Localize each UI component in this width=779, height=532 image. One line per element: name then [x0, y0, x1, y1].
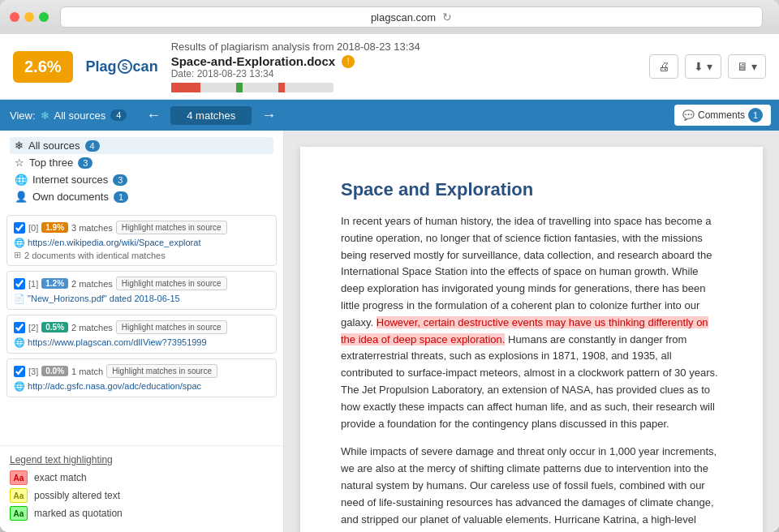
- info-icon: !: [342, 55, 355, 68]
- source-0-pct: 1.9%: [41, 222, 68, 233]
- source-3-highlight-btn[interactable]: Highlight matches in source: [106, 364, 217, 378]
- source-0-checkbox[interactable]: [14, 222, 25, 234]
- nav-top-three-label: Top three: [29, 157, 73, 169]
- source-0-highlight-btn[interactable]: Highlight matches in source: [116, 221, 227, 234]
- source-2-header: [2] 0.5% 2 matches Highlight matches in …: [14, 320, 269, 334]
- progress-red-2: [278, 83, 285, 92]
- header-middle: Results of plagiarism analysis from 2018…: [171, 41, 637, 92]
- source-2-matches: 2 matches: [71, 323, 113, 332]
- nav-top-three-badge: 3: [78, 157, 93, 169]
- source-item-2: [2] 0.5% 2 matches Highlight matches in …: [6, 315, 277, 354]
- source-0-index: [0]: [28, 223, 38, 233]
- browser-chrome: plagscan.com ↻: [0, 0, 779, 34]
- legend-title[interactable]: Legend text highlighting: [10, 454, 273, 466]
- source-nav: ❄ All sources 4 ☆ Top three 3 🌐 Internet…: [0, 131, 283, 212]
- logo: Plag S can: [86, 58, 158, 75]
- logo-plag: Plag: [86, 58, 117, 75]
- next-arrow[interactable]: →: [252, 100, 286, 131]
- view-toolbar: View: ❄ All sources 4 ← 4 matches → 💬 Co…: [0, 100, 779, 131]
- logo-can: can: [133, 58, 158, 75]
- source-0-url[interactable]: 🌐 https://en.wikipedia.org/wiki/Space_ex…: [14, 238, 269, 248]
- source-2-pct: 0.5%: [41, 322, 68, 332]
- maximize-button[interactable]: [39, 12, 49, 22]
- browser-controls: plagscan.com ↻: [10, 6, 769, 28]
- nav-internet-sources-badge: 3: [113, 174, 127, 186]
- source-3-header: [3] 0.0% 1 match Highlight matches in so…: [14, 364, 269, 378]
- source-list: [0] 1.9% 3 matches Highlight matches in …: [0, 212, 283, 445]
- score-badge: 2.6%: [13, 51, 73, 83]
- print-button[interactable]: 🖨: [649, 54, 678, 79]
- source-2-index: [2]: [28, 323, 38, 332]
- doc-title: Space and Exploration: [341, 179, 722, 200]
- source-1-matches: 2 matches: [71, 279, 113, 289]
- prev-arrow[interactable]: ←: [136, 100, 170, 131]
- doc-area: Space and Exploration In recent years of…: [284, 131, 779, 532]
- source-1-pct: 1.2%: [41, 278, 68, 289]
- globe-icon-2: 🌐: [14, 337, 25, 347]
- legend-exact-match: Aa exact match: [10, 470, 273, 485]
- comments-button[interactable]: 💬 Comments 1: [674, 105, 771, 126]
- minimize-button[interactable]: [24, 12, 34, 22]
- legend: Legend text highlighting Aa exact match …: [0, 445, 283, 532]
- progress-green: [236, 83, 243, 92]
- source-3-checkbox[interactable]: [14, 366, 25, 377]
- source-2-checkbox[interactable]: [14, 322, 25, 333]
- legend-altered-label: possibly altered text: [34, 490, 120, 501]
- comment-icon: 💬: [682, 109, 695, 121]
- source-2-url[interactable]: 🌐 https://www.plagscan.com/dlIView?73951…: [14, 337, 269, 348]
- source-3-index: [3]: [28, 367, 38, 376]
- display-button[interactable]: 🖥 ▾: [728, 54, 766, 79]
- source-3-pct: 0.0%: [41, 366, 68, 376]
- nav-all-sources-label: All sources: [28, 139, 80, 152]
- matches-count: 4 matches: [170, 106, 252, 125]
- source-0-matches: 3 matches: [71, 223, 113, 233]
- all-sources-label: All sources: [54, 109, 106, 122]
- close-button[interactable]: [10, 12, 19, 22]
- main-area: ❄ All sources 4 ☆ Top three 3 🌐 Internet…: [0, 131, 779, 532]
- own-docs-icon: 👤: [15, 191, 28, 203]
- all-sources-icon: ❄: [15, 139, 24, 152]
- legend-yellow-icon: Aa: [10, 488, 28, 503]
- doc-icon-1: 📄: [14, 294, 25, 303]
- nav-top-three[interactable]: ☆ Top three 3: [10, 154, 273, 171]
- refresh-icon[interactable]: ↻: [442, 11, 452, 24]
- progress-bar: [171, 83, 334, 92]
- doc-page: Space and Exploration In recent years of…: [300, 147, 763, 532]
- url-text: plagscan.com: [371, 11, 436, 24]
- nav-all-sources[interactable]: ❄ All sources 4: [10, 137, 273, 154]
- legend-red-icon: Aa: [10, 470, 28, 485]
- para1-after: Humans are constantly in danger from ext…: [341, 333, 718, 430]
- plus-icon-0: ⊞: [14, 250, 21, 260]
- traffic-lights: [10, 12, 49, 22]
- source-1-url[interactable]: 📄 "New_Horizons.pdf" dated 2018-06-15: [14, 294, 269, 304]
- source-1-checkbox[interactable]: [14, 278, 25, 290]
- source-1-header: [1] 1.2% 2 matches Highlight matches in …: [14, 277, 269, 290]
- nav-internet-sources-label: Internet sources: [32, 174, 108, 186]
- source-0-header: [0] 1.9% 3 matches Highlight matches in …: [14, 221, 269, 234]
- comments-badge: 1: [748, 108, 763, 122]
- globe-icon-0: 🌐: [14, 238, 25, 247]
- comments-label: Comments: [698, 109, 745, 121]
- legend-exact-label: exact match: [34, 472, 87, 483]
- nav-own-documents[interactable]: 👤 Own documents 1: [10, 188, 273, 205]
- source-2-highlight-btn[interactable]: Highlight matches in source: [116, 320, 227, 334]
- para1-before: In recent years of human history, the id…: [341, 215, 712, 328]
- view-label: View: ❄ All sources 4: [0, 109, 136, 122]
- nav-internet-sources[interactable]: 🌐 Internet sources 3: [10, 171, 273, 188]
- progress-red-1: [171, 83, 200, 92]
- legend-altered: Aa possibly altered text: [10, 488, 273, 503]
- source-1-highlight-btn[interactable]: Highlight matches in source: [116, 277, 227, 290]
- address-bar[interactable]: plagscan.com ↻: [60, 6, 763, 28]
- progress-bar-container: [171, 83, 334, 92]
- download-button[interactable]: ⬇ ▾: [685, 54, 721, 79]
- source-item-1: [1] 1.2% 2 matches Highlight matches in …: [6, 271, 277, 310]
- nav-own-documents-label: Own documents: [32, 191, 109, 203]
- internet-sources-icon: 🌐: [15, 174, 28, 186]
- legend-quotation: Aa marked as quotation: [10, 506, 273, 521]
- logo-s-circle: S: [118, 59, 132, 74]
- filename: Space-and-Exploration.docx: [171, 54, 336, 68]
- source-3-url[interactable]: 🌐 http://adc.gsfc.nasa.gov/adc/education…: [14, 381, 269, 392]
- doc-paragraph-2: While impacts of severe damage and threa…: [341, 444, 722, 532]
- all-sources-badge: 4: [110, 109, 127, 121]
- date: Date: 2018-08-23 13:34: [171, 68, 637, 79]
